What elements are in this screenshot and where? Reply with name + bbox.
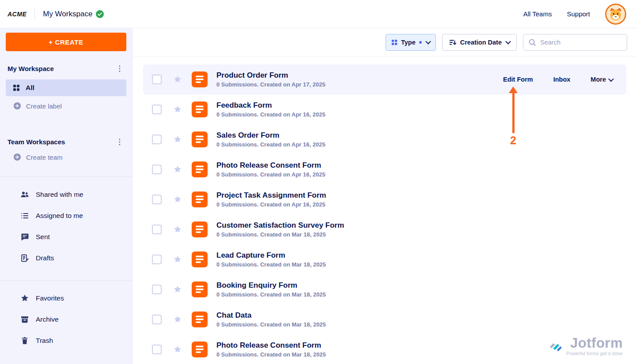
active-filter-dot xyxy=(419,41,422,44)
chevron-down-icon xyxy=(505,39,511,45)
search-input[interactable] xyxy=(523,34,627,51)
support-link[interactable]: Support xyxy=(567,10,590,18)
form-meta: 0 Submissions. Created on Apr 16, 2025 xyxy=(216,111,326,118)
form-title[interactable]: Photo Release Consent Form xyxy=(216,341,326,350)
table-row[interactable]: Project Task Assignment Form 0 Submissio… xyxy=(143,184,626,214)
top-header: ACME My Workspace All Teams Support xyxy=(0,0,636,28)
form-title[interactable]: Lead Capture Form xyxy=(216,251,326,260)
plus-circle-icon xyxy=(13,102,21,110)
favorite-star-icon[interactable] xyxy=(173,285,182,294)
row-checkbox[interactable] xyxy=(152,345,162,354)
form-meta: 0 Submissions. Created on Mar 18, 2025 xyxy=(216,261,326,268)
row-checkbox[interactable] xyxy=(152,165,162,174)
sidebar-item-drafts[interactable]: Drafts xyxy=(0,248,132,269)
table-row[interactable]: Customer Satisfaction Survey Form 0 Subm… xyxy=(143,214,626,244)
favorite-star-icon[interactable] xyxy=(173,345,182,354)
sidebar-item-all-label: All xyxy=(26,84,34,92)
user-avatar[interactable] xyxy=(605,4,626,25)
form-meta: 0 Submissions. Created on Mar 18, 2025 xyxy=(216,291,326,298)
table-row[interactable]: Photo Release Consent Form 0 Submissions… xyxy=(143,154,626,184)
sidebar-item-sent[interactable]: Sent xyxy=(0,226,132,248)
table-row[interactable]: Lead Capture Form 0 Submissions. Created… xyxy=(143,244,626,274)
all-teams-link[interactable]: All Teams xyxy=(523,10,552,18)
jotform-watermark: Jotform Powerful forms get it done xyxy=(549,336,623,356)
table-row[interactable]: Sales Order Form 0 Submissions. Created … xyxy=(143,124,626,154)
form-icon xyxy=(192,191,208,207)
form-title[interactable]: Product Order Form xyxy=(216,71,326,80)
row-checkbox[interactable] xyxy=(152,105,162,114)
header-divider xyxy=(34,8,35,20)
create-label-text: Create label xyxy=(26,102,62,110)
create-team-button[interactable]: Create team xyxy=(0,149,132,165)
favorite-star-icon[interactable] xyxy=(173,165,182,174)
team-workspaces-section-title: Team Workspaces xyxy=(8,138,65,146)
row-checkbox[interactable] xyxy=(152,315,162,324)
sidebar-item-label: Favorites xyxy=(36,294,64,302)
sort-desc-icon xyxy=(449,38,457,46)
forms-list: Product Order Form 0 Submissions. Create… xyxy=(132,56,636,364)
form-meta: 0 Submissions. Created on Apr 16, 2025 xyxy=(216,171,326,178)
trash-icon xyxy=(20,336,29,345)
archive-icon xyxy=(20,315,29,324)
sidebar-divider xyxy=(0,280,132,281)
my-workspace-section-header: My Workspace ⋮ xyxy=(0,63,132,74)
jotform-tagline: Powerful forms get it done xyxy=(566,351,623,356)
jotform-my-workspace-page: ACME My Workspace All Teams Support xyxy=(0,0,636,364)
favorite-star-icon[interactable] xyxy=(173,135,182,144)
draft-icon xyxy=(20,254,29,263)
jotform-wordmark: Jotform xyxy=(570,336,623,350)
form-title[interactable]: Project Task Assignment Form xyxy=(216,191,326,200)
row-checkbox[interactable] xyxy=(152,255,162,264)
sidebar-item-archive[interactable]: Archive xyxy=(0,309,132,330)
form-title[interactable]: Customer Satisfaction Survey Form xyxy=(216,221,344,230)
grid-icon xyxy=(13,84,20,91)
workspace-switcher[interactable]: My Workspace xyxy=(43,10,104,19)
chevron-down-icon xyxy=(608,76,614,82)
form-title[interactable]: Booking Enquiry Form xyxy=(216,281,326,290)
form-icon xyxy=(192,221,208,237)
table-row[interactable]: Feedback Form 0 Submissions. Created on … xyxy=(143,94,626,124)
sidebar-item-favorites[interactable]: Favorites xyxy=(0,288,132,309)
row-checkbox[interactable] xyxy=(152,135,162,144)
table-row[interactable]: Chat Data 0 Submissions. Created on Mar … xyxy=(143,304,626,334)
edit-form-button[interactable]: Edit Form xyxy=(503,76,533,83)
sort-button[interactable]: Creation Date xyxy=(442,34,517,51)
my-workspace-menu-icon[interactable]: ⋮ xyxy=(114,65,125,72)
form-title[interactable]: Feedback Form xyxy=(216,101,326,110)
team-workspaces-section-header: Team Workspaces ⋮ xyxy=(0,136,132,147)
search-box xyxy=(523,34,627,51)
table-row[interactable]: Product Order Form 0 Submissions. Create… xyxy=(143,64,626,94)
row-checkbox[interactable] xyxy=(152,285,162,294)
main-content: Type Creation Date xyxy=(132,28,636,364)
form-title[interactable]: Chat Data xyxy=(216,311,326,320)
favorite-star-icon[interactable] xyxy=(173,315,182,324)
favorite-star-icon[interactable] xyxy=(173,105,182,114)
check-badge-icon xyxy=(96,10,104,18)
row-checkbox[interactable] xyxy=(152,75,162,84)
favorite-star-icon[interactable] xyxy=(173,255,182,264)
favorite-star-icon[interactable] xyxy=(173,195,182,204)
row-checkbox[interactable] xyxy=(152,225,162,234)
more-button[interactable]: More xyxy=(591,76,613,83)
inbox-button[interactable]: Inbox xyxy=(553,76,571,83)
sidebar-item-assigned-to-me[interactable]: Assigned to me xyxy=(0,205,132,226)
create-button[interactable]: + CREATE xyxy=(6,33,126,51)
sidebar-divider xyxy=(0,176,132,177)
sidebar-item-trash[interactable]: Trash xyxy=(0,330,132,351)
type-filter-button[interactable]: Type xyxy=(386,34,436,51)
sidebar-item-shared-with-me[interactable]: Shared with me xyxy=(0,184,132,205)
form-title[interactable]: Photo Release Consent Form xyxy=(216,161,326,170)
row-checkbox[interactable] xyxy=(152,195,162,204)
form-icon xyxy=(192,161,208,177)
favorite-star-icon[interactable] xyxy=(173,75,182,84)
sidebar-item-all[interactable]: All xyxy=(6,79,126,96)
sort-label: Creation Date xyxy=(460,39,502,46)
favorite-star-icon[interactable] xyxy=(173,225,182,234)
table-row[interactable]: Booking Enquiry Form 0 Submissions. Crea… xyxy=(143,274,626,304)
form-icon xyxy=(192,341,208,357)
form-title[interactable]: Sales Order Form xyxy=(216,131,326,140)
team-workspaces-menu-icon[interactable]: ⋮ xyxy=(114,138,125,146)
create-label-button[interactable]: Create label xyxy=(0,98,132,114)
acme-logo: ACME xyxy=(8,11,26,18)
form-meta: 0 Submissions. Created on Mar 18, 2025 xyxy=(216,231,344,238)
